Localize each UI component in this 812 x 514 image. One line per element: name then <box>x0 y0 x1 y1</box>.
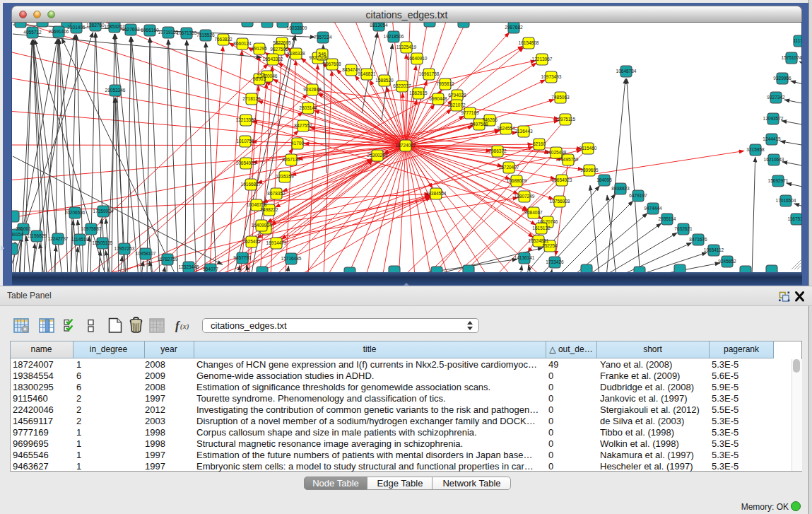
svg-text:9777169: 9777169 <box>461 110 479 115</box>
svg-text:12213382: 12213382 <box>236 117 257 122</box>
svg-text:2136443: 2136443 <box>514 129 533 134</box>
svg-text:8471676: 8471676 <box>689 237 707 242</box>
svg-text:16524851: 16524851 <box>529 238 549 243</box>
svg-text:62160: 62160 <box>533 141 546 146</box>
svg-text:252254: 252254 <box>542 243 558 248</box>
svg-text:9457791: 9457791 <box>233 255 252 260</box>
svg-text:16210643: 16210643 <box>764 157 784 162</box>
svg-text:9474444: 9474444 <box>644 206 662 211</box>
svg-text:8186328: 8186328 <box>287 51 305 56</box>
svg-text:9146821: 9146821 <box>358 71 376 76</box>
svg-text:12975115: 12975115 <box>555 117 576 122</box>
svg-text:10025438: 10025438 <box>546 150 567 155</box>
svg-text:19218506: 19218506 <box>384 34 404 39</box>
svg-text:8267130: 8267130 <box>282 157 300 162</box>
svg-text:18807249: 18807249 <box>514 194 535 199</box>
svg-text:1282760: 1282760 <box>86 23 105 28</box>
svg-text:6966160: 6966160 <box>141 28 159 33</box>
svg-text:1588520: 1588520 <box>375 78 394 83</box>
svg-text:12323448: 12323448 <box>179 264 199 269</box>
svg-text:15692971: 15692971 <box>768 178 789 183</box>
svg-text:891295: 891295 <box>252 46 267 51</box>
svg-text:11156829: 11156829 <box>27 233 47 238</box>
svg-text:10654923: 10654923 <box>236 160 257 165</box>
svg-text:1527602: 1527602 <box>122 27 140 32</box>
svg-text:12093572: 12093572 <box>763 116 784 121</box>
svg-text:10648784: 10648784 <box>616 69 637 74</box>
svg-text:16033809: 16033809 <box>287 25 307 30</box>
svg-text:6794028: 6794028 <box>448 93 466 98</box>
svg-text:954077: 954077 <box>203 267 218 271</box>
svg-text:9227342: 9227342 <box>767 95 785 100</box>
svg-text:2101405: 2101405 <box>67 25 86 30</box>
svg-text:10688609: 10688609 <box>507 178 527 183</box>
svg-text:164095: 164095 <box>596 177 612 182</box>
svg-text:20691406: 20691406 <box>49 29 69 34</box>
svg-text:3498222: 3498222 <box>260 207 278 212</box>
svg-text:2803144: 2803144 <box>299 105 317 110</box>
svg-text:8678352: 8678352 <box>267 191 286 196</box>
svg-text:1733426: 1733426 <box>546 259 564 264</box>
svg-text:18724007: 18724007 <box>396 143 416 148</box>
svg-text:4055712: 4055712 <box>23 30 42 35</box>
svg-text:17359934: 17359934 <box>93 209 114 214</box>
svg-text:16046738: 16046738 <box>247 202 267 207</box>
svg-text:12242737: 12242737 <box>48 236 69 241</box>
svg-text:19384554: 19384554 <box>426 191 447 196</box>
svg-text:17957253: 17957253 <box>114 246 135 251</box>
svg-text:11170: 11170 <box>793 38 801 43</box>
svg-text:8813054: 8813054 <box>370 23 388 28</box>
svg-text:29053346: 29053346 <box>105 88 126 93</box>
svg-text:335061: 335061 <box>16 226 31 231</box>
svg-text:(x): (x) <box>180 322 189 331</box>
svg-text:7515526: 7515526 <box>196 33 215 37</box>
svg-text:14136141: 14136141 <box>514 255 535 260</box>
svg-text:6322037: 6322037 <box>393 83 411 88</box>
svg-text:1010755: 1010755 <box>236 139 254 144</box>
svg-text:12505135: 12505135 <box>93 240 113 245</box>
svg-text:7663822: 7663822 <box>214 37 233 42</box>
svg-text:19654923: 19654923 <box>552 177 572 182</box>
svg-text:16782759: 16782759 <box>158 257 178 262</box>
svg-text:8427552: 8427552 <box>294 123 312 128</box>
svg-text:7632621: 7632621 <box>674 226 693 231</box>
svg-text:9329966: 9329966 <box>773 76 792 81</box>
svg-text:10973493: 10973493 <box>541 74 562 79</box>
svg-text:7857224: 7857224 <box>314 35 332 40</box>
svg-text:16543382: 16543382 <box>263 57 283 62</box>
svg-text:9899695: 9899695 <box>580 168 599 173</box>
svg-text:6479197: 6479197 <box>629 193 647 198</box>
svg-text:5822605: 5822605 <box>273 40 291 45</box>
svg-text:17016504: 17016504 <box>776 198 796 203</box>
svg-text:16640910: 16640910 <box>407 56 428 61</box>
svg-text:10975887: 10975887 <box>81 226 102 231</box>
svg-text:8938923: 8938923 <box>611 186 630 191</box>
svg-text:2935114: 2935114 <box>659 216 676 221</box>
svg-text:11325419: 11325419 <box>396 45 417 49</box>
svg-text:6497568: 6497568 <box>470 122 488 127</box>
svg-text:3624554: 3624554 <box>497 126 515 131</box>
svg-text:16914479: 16914479 <box>266 240 287 245</box>
svg-text:2718126: 2718126 <box>242 96 261 101</box>
svg-text:16120746: 16120746 <box>538 219 558 224</box>
svg-text:1621072: 1621072 <box>447 103 466 107</box>
svg-text:20206536: 20206536 <box>65 210 86 215</box>
svg-text:15720407: 15720407 <box>499 165 519 170</box>
svg-text:15495759: 15495759 <box>558 157 579 162</box>
svg-text:546: 546 <box>319 52 326 57</box>
svg-text:10671355: 10671355 <box>177 30 197 35</box>
svg-text:16961758: 16961758 <box>419 71 440 76</box>
svg-text:1244415: 1244415 <box>763 136 781 141</box>
svg-text:7955812: 7955812 <box>436 81 454 86</box>
svg-text:2967608: 2967608 <box>323 62 341 66</box>
svg-text:9242848: 9242848 <box>303 87 322 92</box>
svg-text:9827506: 9827506 <box>270 47 288 52</box>
svg-text:7986372: 7986372 <box>488 148 507 153</box>
svg-text:9245652: 9245652 <box>718 259 736 264</box>
svg-text:10958107: 10958107 <box>136 251 156 256</box>
svg-text:9115460: 9115460 <box>579 146 597 151</box>
svg-text:1235359: 1235359 <box>276 174 294 179</box>
svg-text:39154: 39154 <box>12 232 23 237</box>
svg-text:12213967: 12213967 <box>532 57 553 62</box>
svg-text:7625402: 7625402 <box>242 239 261 244</box>
